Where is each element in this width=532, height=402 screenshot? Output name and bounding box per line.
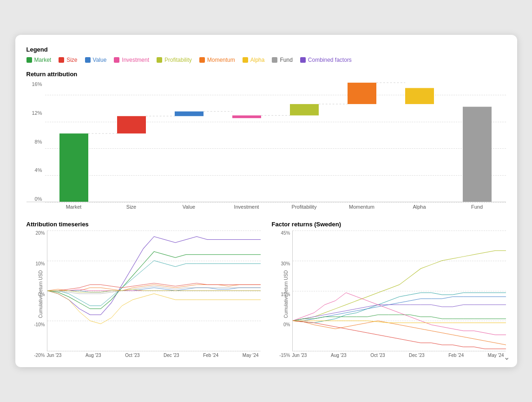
legend-section: Legend MarketSizeValueInvestmentProfitab… bbox=[26, 46, 506, 63]
bar-rect bbox=[117, 116, 146, 133]
line-series bbox=[293, 321, 506, 345]
ts-y-label: 20% bbox=[35, 231, 45, 236]
legend-color-dot bbox=[26, 57, 32, 63]
ts-x-label: May '24 bbox=[243, 353, 259, 358]
return-attribution-chart: 16%12%8%4%0% bbox=[26, 81, 506, 202]
ts-x-labels-left: Jun '23Aug '23Oct '23Dec '23Feb '24May '… bbox=[47, 353, 261, 358]
bar-rect bbox=[232, 115, 261, 118]
ts-x-label: Feb '24 bbox=[203, 353, 218, 358]
y-label: 16% bbox=[32, 81, 42, 87]
bar-rect bbox=[348, 83, 376, 104]
line-series bbox=[47, 289, 261, 290]
return-attribution-title: Return attribution bbox=[26, 71, 506, 78]
x-label: Alpha bbox=[391, 204, 448, 210]
return-attribution-section: Return attribution 16%12%8%4%0% MarketSi… bbox=[26, 71, 506, 210]
legend-label: Profitability bbox=[164, 57, 192, 63]
y-label: 12% bbox=[32, 110, 42, 116]
ts-grid-line bbox=[47, 351, 261, 351]
ts-x-label: Feb '24 bbox=[448, 353, 464, 358]
legend-label: Investment bbox=[122, 57, 149, 63]
legend-label: Value bbox=[93, 57, 107, 63]
ts-x-label: Aug '23 bbox=[85, 353, 101, 358]
line-series bbox=[293, 297, 506, 321]
line-series bbox=[47, 283, 261, 290]
line-series bbox=[293, 250, 506, 321]
chevron-down-icon[interactable]: ⌄ bbox=[504, 353, 510, 362]
legend-color-dot bbox=[300, 57, 306, 63]
chart-body bbox=[45, 81, 506, 202]
ts-y-axis-right: 45%30%15%0%-15% bbox=[272, 231, 292, 358]
line-series bbox=[293, 321, 506, 323]
legend-color-dot bbox=[199, 57, 205, 63]
ts-y-axis-left: 20%10%0%-10%-20% bbox=[26, 231, 47, 358]
legend-item-market: Market bbox=[26, 57, 52, 63]
x-label: Market bbox=[45, 204, 103, 210]
legend-item-alpha: Alpha bbox=[243, 57, 265, 63]
line-series bbox=[293, 315, 506, 321]
line-series bbox=[47, 251, 261, 309]
ts-y-label: 45% bbox=[281, 231, 290, 236]
x-labels: MarketSizeValueInvestmentProfitabilityMo… bbox=[45, 204, 506, 210]
ts-x-label: Aug '23 bbox=[331, 353, 347, 358]
legend-title: Legend bbox=[26, 46, 506, 53]
x-label: Profitability bbox=[276, 204, 333, 210]
ts-chart-area bbox=[47, 231, 261, 351]
ts-x-label: Jun '23 bbox=[47, 353, 62, 358]
fr-chart-area bbox=[292, 231, 506, 351]
y-label: 0% bbox=[35, 196, 42, 202]
legend-color-dot bbox=[157, 57, 162, 63]
attribution-timeseries-wrapper: 20%10%0%-10%-20% Jun '23Aug '23Oct '23De… bbox=[26, 231, 261, 358]
legend-label: Fund bbox=[280, 57, 292, 63]
attribution-timeseries-title: Attribution timeseries bbox=[26, 221, 261, 228]
legend-color-dot bbox=[59, 57, 64, 63]
legend-label: Combined factors bbox=[308, 57, 352, 63]
bar-rect bbox=[59, 133, 88, 202]
legend-item-momentum: Momentum bbox=[199, 57, 235, 63]
legend-item-value: Value bbox=[85, 57, 107, 63]
ts-y-axis-label-left: Cumulative return USD bbox=[38, 252, 43, 336]
legend-label: Momentum bbox=[207, 57, 235, 63]
legend-item-combined-factors: Combined factors bbox=[300, 57, 352, 63]
x-label: Value bbox=[160, 204, 218, 210]
bar-rect bbox=[290, 104, 319, 115]
line-series bbox=[293, 293, 506, 323]
grid-line bbox=[45, 202, 506, 203]
factor-returns-section: Factor returns (Sweden) 45%30%15%0%-15% … bbox=[272, 221, 506, 358]
x-label: Size bbox=[103, 204, 160, 210]
bar-rect bbox=[463, 107, 492, 202]
ts-x-labels-right: Jun '23Aug '23Oct '23Dec '23Feb '24May '… bbox=[292, 353, 506, 358]
ts-lines-svg-right bbox=[293, 231, 506, 351]
legend-item-profitability: Profitability bbox=[157, 57, 192, 63]
main-card: Legend MarketSizeValueInvestmentProfitab… bbox=[15, 35, 517, 367]
ts-lines-svg-left bbox=[47, 231, 261, 351]
line-series bbox=[47, 288, 261, 292]
ts-y-label: -15% bbox=[279, 353, 290, 358]
ts-y-label: -20% bbox=[34, 353, 45, 358]
bar-chart-svg bbox=[45, 81, 506, 202]
y-label: 8% bbox=[35, 139, 42, 145]
legend-color-dot bbox=[243, 57, 248, 63]
ts-grid-line bbox=[293, 351, 506, 351]
factor-returns-wrapper: 45%30%15%0%-15% Jun '23Aug '23Oct '23Dec… bbox=[272, 231, 506, 358]
ts-x-label: Dec '23 bbox=[409, 353, 425, 358]
bottom-charts: Attribution timeseries 20%10%0%-10%-20% … bbox=[26, 221, 506, 358]
legend-item-fund: Fund bbox=[272, 57, 292, 63]
legend-label: Size bbox=[66, 57, 77, 63]
legend-label: Market bbox=[34, 57, 52, 63]
ts-x-label: May '24 bbox=[488, 353, 504, 358]
line-series bbox=[293, 293, 506, 335]
legend-color-dot bbox=[272, 57, 277, 63]
ts-x-label: Oct '23 bbox=[125, 353, 139, 358]
legend-item-size: Size bbox=[59, 57, 77, 63]
legend-item-investment: Investment bbox=[114, 57, 149, 63]
ts-x-label: Oct '23 bbox=[370, 353, 385, 358]
factor-returns-title: Factor returns (Sweden) bbox=[272, 221, 506, 228]
legend-label: Alpha bbox=[250, 57, 265, 63]
x-label: Investment bbox=[218, 204, 276, 210]
legend-items: MarketSizeValueInvestmentProfitabilityMo… bbox=[26, 57, 506, 63]
line-series bbox=[47, 286, 261, 294]
x-label: Fund bbox=[448, 204, 506, 210]
ts-x-label: Dec '23 bbox=[164, 353, 179, 358]
y-label: 4% bbox=[35, 167, 42, 173]
y-axis: 16%12%8%4%0% bbox=[26, 81, 45, 202]
